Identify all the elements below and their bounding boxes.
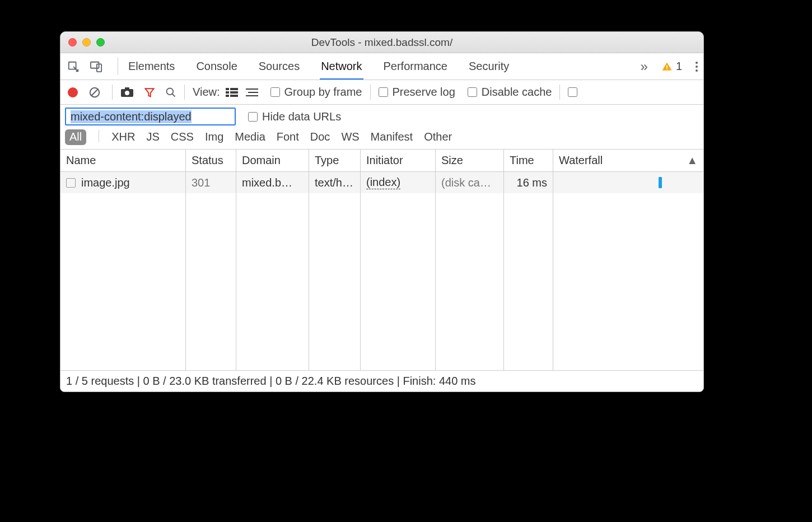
svg-point-5 [68,87,78,97]
sort-asc-icon: ▲ [687,154,698,167]
svg-rect-4 [666,68,668,69]
clear-icon[interactable] [88,86,101,99]
cell-initiator[interactable]: (index) [361,172,436,193]
type-css[interactable]: CSS [171,130,194,143]
hide-data-urls-input[interactable] [248,112,258,122]
table-body: image.jpg 301 mixed.b… text/h… (index) (… [60,172,703,370]
warnings-indicator[interactable]: 1 [661,60,682,73]
waterfall-bar [659,177,662,188]
kebab-menu-icon[interactable] [696,62,698,72]
col-size[interactable]: Size [436,150,504,171]
svg-rect-19 [246,88,258,90]
filter-input[interactable] [65,108,236,125]
col-label: Type [315,154,339,167]
device-toolbar-icon[interactable] [90,60,103,73]
svg-point-9 [125,91,129,95]
cell-text: 16 ms [517,176,547,189]
status-text: 1 / 5 requests | 0 B / 23.0 KB transferr… [66,375,476,388]
col-label: Domain [242,154,281,167]
type-js[interactable]: JS [146,130,159,143]
capture-screenshots-icon[interactable] [120,87,134,98]
col-label: Status [192,154,223,167]
svg-point-11 [167,88,174,95]
separator [99,130,99,142]
cell-text: (disk ca… [441,176,491,189]
col-initiator[interactable]: Initiator [361,150,436,171]
tab-label: Elements [128,60,175,73]
more-tabs-icon[interactable]: » [641,59,648,74]
cell-name: image.jpg [60,172,186,193]
disable-cache-checkbox[interactable]: Disable cache [468,86,552,99]
tab-sources[interactable]: Sources [259,53,300,80]
svg-rect-15 [226,91,229,94]
cell-text: image.jpg [81,176,130,189]
tab-network[interactable]: Network [321,53,362,80]
checkbox-label: Preserve log [393,86,455,99]
col-time[interactable]: Time [504,150,553,171]
svg-line-12 [172,94,175,96]
checkbox-label: Group by frame [284,86,362,99]
preserve-log-checkbox[interactable]: Preserve log [379,86,455,99]
cell-domain: mixed.b… [236,172,309,193]
cell-size: (disk ca… [436,172,504,193]
tab-label: Network [321,60,362,73]
type-filter-row: All XHR JS CSS Img Media Font Doc WS Man… [60,128,703,150]
window-titlebar: DevTools - mixed.badssl.com/ [60,32,703,53]
col-waterfall[interactable]: Waterfall▲ [553,150,703,171]
view-label: View: [193,86,220,99]
svg-rect-14 [230,88,238,90]
col-status[interactable]: Status [186,150,236,171]
preserve-log-input[interactable] [379,87,388,97]
col-label: Name [66,154,96,167]
col-name[interactable]: Name [60,150,186,171]
col-type[interactable]: Type [309,150,361,171]
type-all[interactable]: All [65,129,86,145]
filter-icon[interactable] [144,87,155,98]
warnings-count: 1 [676,60,682,73]
svg-rect-21 [246,95,258,96]
tab-console[interactable]: Console [196,53,237,80]
devtools-window: DevTools - mixed.badssl.com/ Elements Co… [60,31,704,392]
hide-data-urls-checkbox[interactable]: Hide data URLs [248,110,341,123]
search-icon[interactable] [165,87,176,98]
separator [118,58,118,75]
view-large-icon[interactable] [226,87,238,97]
tab-elements[interactable]: Elements [128,53,175,80]
cell-time: 16 ms [504,172,553,193]
table-row[interactable]: image.jpg 301 mixed.b… text/h… (index) (… [60,172,703,193]
type-img[interactable]: Img [205,130,223,143]
group-by-frame-checkbox[interactable]: Group by frame [270,86,362,99]
col-label: Time [510,154,534,167]
svg-rect-13 [226,88,229,90]
tab-label: Performance [384,60,448,73]
panel-tabs-row: Elements Console Sources Network Perform… [60,53,703,80]
type-ws[interactable]: WS [341,130,359,143]
col-domain[interactable]: Domain [236,150,309,171]
type-manifest[interactable]: Manifest [371,130,413,143]
offline-input[interactable] [568,87,577,97]
type-other[interactable]: Other [424,130,452,143]
cell-waterfall [553,172,703,193]
svg-rect-3 [666,65,668,68]
table-empty-area [60,193,703,370]
type-doc[interactable]: Doc [310,130,330,143]
record-button-icon[interactable] [67,87,78,98]
inspect-element-icon[interactable] [67,60,80,73]
cell-status: 301 [186,172,236,193]
status-bar: 1 / 5 requests | 0 B / 23.0 KB transferr… [60,370,703,392]
requests-table: Name Status Domain Type Initiator Size T… [60,150,703,370]
svg-rect-10 [125,87,129,90]
group-by-frame-input[interactable] [270,87,280,97]
window-title: DevTools - mixed.badssl.com/ [60,36,703,49]
tab-security[interactable]: Security [469,53,509,80]
view-small-icon[interactable] [246,87,258,97]
cell-text: mixed.b… [242,176,292,189]
type-font[interactable]: Font [277,130,299,143]
tab-label: Security [469,60,509,73]
disable-cache-input[interactable] [468,87,477,97]
offline-checkbox[interactable] [568,87,577,97]
tab-performance[interactable]: Performance [384,53,448,80]
svg-line-7 [91,88,99,96]
type-media[interactable]: Media [235,130,265,143]
type-xhr[interactable]: XHR [111,130,135,143]
